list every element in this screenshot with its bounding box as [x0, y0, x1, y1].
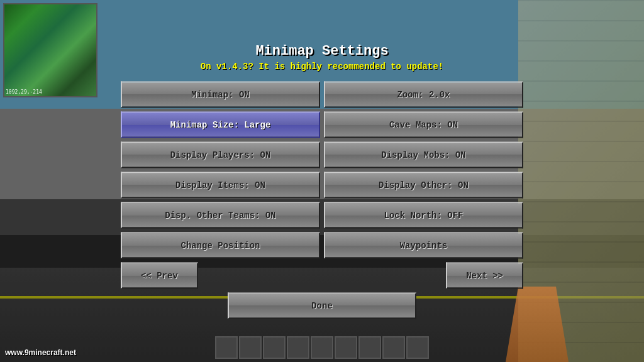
display-players-button[interactable]: Display Players: ON: [121, 142, 320, 168]
waypoints-button[interactable]: Waypoints: [324, 233, 523, 259]
settings-grid: Minimap: ON Zoom: 2.0x Minimap Size: Lar…: [121, 82, 523, 259]
hotbar-slot-8: [382, 336, 405, 359]
watermark: www.9minecraft.net: [5, 348, 76, 357]
disp-other-teams-button[interactable]: Disp. Other Teams: ON: [121, 202, 320, 229]
display-items-button[interactable]: Display Items: ON: [121, 172, 320, 199]
done-button[interactable]: Done: [228, 293, 416, 319]
hotbar-slot-9: [406, 336, 429, 359]
prev-button[interactable]: << Prev: [121, 263, 198, 289]
zoom-button[interactable]: Zoom: 2.0x: [324, 82, 523, 108]
hotbar-slot-4: [287, 336, 309, 359]
display-mobs-button[interactable]: Display Mobs: ON: [324, 142, 523, 168]
update-warning: On v1.4.3? It is highly recommended to u…: [121, 62, 523, 72]
cave-maps-button[interactable]: Cave Maps: ON: [324, 112, 523, 138]
hotbar: [215, 336, 429, 359]
lock-north-button[interactable]: Lock North: OFF: [324, 202, 523, 229]
done-row: Done: [121, 293, 523, 319]
minimap-toggle-button[interactable]: Minimap: ON: [121, 82, 320, 108]
hotbar-slot-2: [239, 336, 262, 359]
nav-row: << Prev Next >>: [121, 263, 523, 289]
change-position-button[interactable]: Change Position: [121, 233, 320, 259]
minimap-size-button[interactable]: Minimap Size: Large: [121, 112, 320, 138]
settings-panel: Minimap Settings On v1.4.3? It is highly…: [121, 43, 523, 319]
hotbar-slot-1: [215, 336, 238, 359]
hotbar-slot-6: [335, 336, 357, 359]
hotbar-slot-3: [263, 336, 286, 359]
display-other-button[interactable]: Display Other: ON: [324, 172, 523, 199]
minimap: [3, 3, 97, 97]
hotbar-slot-7: [358, 336, 381, 359]
next-button[interactable]: Next >>: [446, 263, 523, 289]
hotbar-slot-5: [311, 336, 333, 359]
panel-title: Minimap Settings: [121, 43, 523, 59]
